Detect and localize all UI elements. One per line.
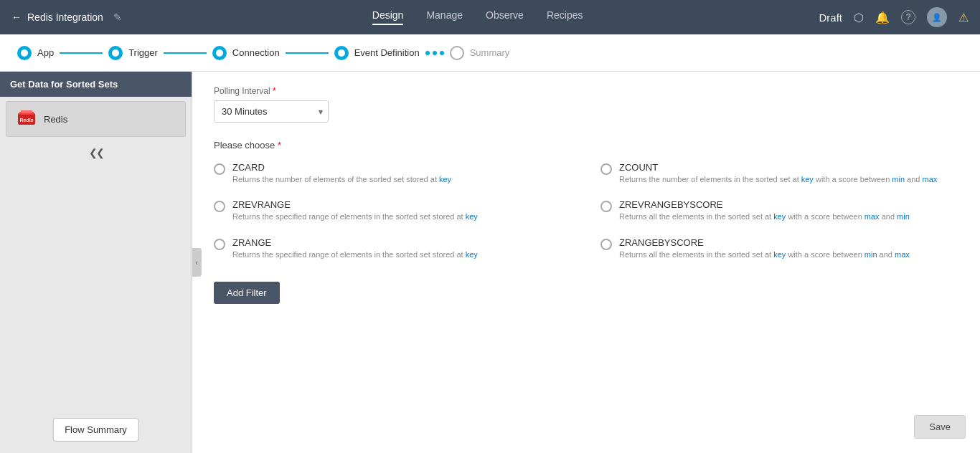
option-zrevrangebyscore-title: ZREVRANGEBYSCORE bbox=[619, 199, 910, 210]
option-zcard-content: ZCARD Returns the number of elements of … bbox=[232, 162, 451, 185]
option-zrangebyscore-content: ZRANGEBYSCORE Returns all the elements i… bbox=[619, 237, 910, 260]
polling-interval-label: Polling Interval * bbox=[214, 86, 958, 96]
add-filter-button[interactable]: Add Filter bbox=[214, 282, 280, 304]
main-layout: Get Data for Sorted Sets Redis Redis ❮❮ … bbox=[0, 72, 980, 453]
connector-3 bbox=[286, 52, 329, 54]
connector-2 bbox=[164, 52, 207, 54]
wizard-label-summary: Summary bbox=[470, 47, 510, 58]
content-area: Polling Interval * 5 Minutes 10 Minutes … bbox=[192, 72, 980, 453]
redis-icon: Redis bbox=[17, 109, 37, 129]
polling-interval-wrapper: 5 Minutes 10 Minutes 15 Minutes 30 Minut… bbox=[214, 100, 329, 123]
option-zcount-title: ZCOUNT bbox=[619, 162, 937, 173]
avatar[interactable]: 👤 bbox=[927, 7, 947, 27]
dot-3 bbox=[440, 51, 444, 55]
wizard-circle-connection bbox=[212, 46, 227, 60]
radio-zcard[interactable] bbox=[214, 163, 225, 175]
option-zrevrangebyscore-content: ZREVRANGEBYSCORE Returns all the element… bbox=[619, 199, 910, 222]
bell-icon[interactable]: 🔔 bbox=[875, 11, 890, 24]
wizard-circle-app bbox=[17, 46, 32, 60]
svg-rect-2 bbox=[21, 110, 32, 113]
sidebar-header: Get Data for Sorted Sets bbox=[0, 72, 192, 97]
wizard-step-app[interactable]: App bbox=[17, 46, 54, 60]
wizard-label-connection: Connection bbox=[232, 47, 280, 58]
option-zcount: ZCOUNT Returns the number of elements in… bbox=[600, 162, 958, 185]
save-button[interactable]: Save bbox=[914, 415, 966, 439]
svg-text:Redis: Redis bbox=[19, 118, 33, 123]
option-zrange-title: ZRANGE bbox=[232, 237, 478, 248]
options-grid: ZCARD Returns the number of elements of … bbox=[214, 162, 958, 260]
tab-design[interactable]: Design bbox=[372, 9, 404, 25]
wizard-step-trigger[interactable]: Trigger bbox=[108, 46, 158, 60]
tab-manage[interactable]: Manage bbox=[426, 9, 463, 25]
top-nav: ← Redis Integration ✎ Design Manage Obse… bbox=[0, 0, 980, 34]
nav-tabs: Design Manage Observe Recipes bbox=[136, 9, 819, 25]
sidebar-bottom: Flow Summary bbox=[52, 418, 139, 442]
wizard-step-connection[interactable]: Connection bbox=[212, 46, 280, 60]
option-zrangebyscore-desc: Returns all the elements in the sorted s… bbox=[619, 249, 910, 260]
tab-recipes[interactable]: Recipes bbox=[547, 9, 583, 25]
wizard-label-event-definition: Event Definition bbox=[354, 47, 420, 58]
tab-observe[interactable]: Observe bbox=[486, 9, 524, 25]
wizard-circle-summary bbox=[450, 46, 464, 60]
edit-icon[interactable]: ✎ bbox=[113, 11, 122, 23]
option-zrange-desc: Returns the specified range of elements … bbox=[232, 249, 478, 260]
please-choose-label: Please choose * bbox=[214, 140, 958, 151]
nav-right: Draft ⬡ 🔔 ? 👤 ⚠ bbox=[819, 7, 969, 27]
wizard-circle-trigger bbox=[108, 46, 123, 60]
option-zrange: ZRANGE Returns the specified range of el… bbox=[214, 237, 572, 260]
radio-zrangebyscore[interactable] bbox=[600, 239, 612, 250]
wizard-step-event-definition[interactable]: Event Definition bbox=[334, 46, 420, 60]
option-zrevrange-title: ZREVRANGE bbox=[232, 199, 478, 210]
sidebar-collapse-handle[interactable]: ‹ bbox=[192, 248, 202, 277]
connector-1 bbox=[60, 52, 103, 54]
add-filter-wrapper: Add Filter bbox=[214, 260, 958, 304]
radio-zcount[interactable] bbox=[600, 163, 612, 175]
wizard-label-app: App bbox=[37, 47, 54, 58]
flow-summary-button[interactable]: Flow Summary bbox=[52, 418, 139, 442]
back-button[interactable]: ← Redis Integration ✎ bbox=[11, 11, 122, 23]
sidebar-item-label: Redis bbox=[44, 114, 67, 125]
alert-icon[interactable]: ⚠ bbox=[958, 11, 969, 24]
option-zcard: ZCARD Returns the number of elements of … bbox=[214, 162, 572, 185]
option-zcard-desc: Returns the number of elements of the so… bbox=[232, 174, 451, 185]
radio-zrevrange[interactable] bbox=[214, 201, 225, 212]
option-zrevrange-desc: Returns the specified range of elements … bbox=[232, 211, 478, 222]
help-icon[interactable]: ? bbox=[901, 10, 915, 24]
option-zcount-desc: Returns the number of elements in the so… bbox=[619, 174, 937, 185]
option-zrangebyscore-title: ZRANGEBYSCORE bbox=[619, 237, 910, 248]
wizard-step-summary[interactable]: Summary bbox=[450, 46, 510, 60]
dot-2 bbox=[433, 51, 437, 55]
radio-zrevrangebyscore[interactable] bbox=[600, 201, 612, 212]
option-zrangebyscore: ZRANGEBYSCORE Returns all the elements i… bbox=[600, 237, 958, 260]
scroll-down-button[interactable]: ❮❮ bbox=[0, 141, 192, 164]
required-star: * bbox=[273, 86, 276, 96]
option-zrevrangebyscore: ZREVRANGEBYSCORE Returns all the element… bbox=[600, 199, 958, 222]
app-title: Redis Integration bbox=[27, 11, 103, 23]
export-icon[interactable]: ⬡ bbox=[854, 11, 864, 24]
wizard-label-trigger: Trigger bbox=[128, 47, 158, 58]
wizard-circle-event-definition bbox=[334, 46, 349, 60]
wizard-dots bbox=[425, 51, 444, 55]
option-zrevrange-content: ZREVRANGE Returns the specified range of… bbox=[232, 199, 478, 222]
radio-zrange[interactable] bbox=[214, 239, 225, 250]
sidebar: Get Data for Sorted Sets Redis Redis ❮❮ … bbox=[0, 72, 192, 453]
option-zcard-title: ZCARD bbox=[232, 162, 451, 173]
option-zrevrangebyscore-desc: Returns all the elements in the sorted s… bbox=[619, 211, 910, 222]
back-arrow: ← bbox=[11, 11, 22, 23]
option-zrevrange: ZREVRANGE Returns the specified range of… bbox=[214, 199, 572, 222]
draft-label: Draft bbox=[819, 11, 842, 24]
option-zcount-content: ZCOUNT Returns the number of elements in… bbox=[619, 162, 937, 185]
chevron-down-icon: ❮❮ bbox=[89, 147, 103, 158]
sidebar-redis-item[interactable]: Redis Redis bbox=[6, 101, 186, 137]
wizard-bar: App Trigger Connection Event Definition … bbox=[0, 34, 980, 72]
dot-1 bbox=[425, 51, 430, 55]
please-choose-required-star: * bbox=[278, 140, 281, 151]
option-zrange-content: ZRANGE Returns the specified range of el… bbox=[232, 237, 478, 260]
polling-interval-select[interactable]: 5 Minutes 10 Minutes 15 Minutes 30 Minut… bbox=[214, 100, 329, 123]
